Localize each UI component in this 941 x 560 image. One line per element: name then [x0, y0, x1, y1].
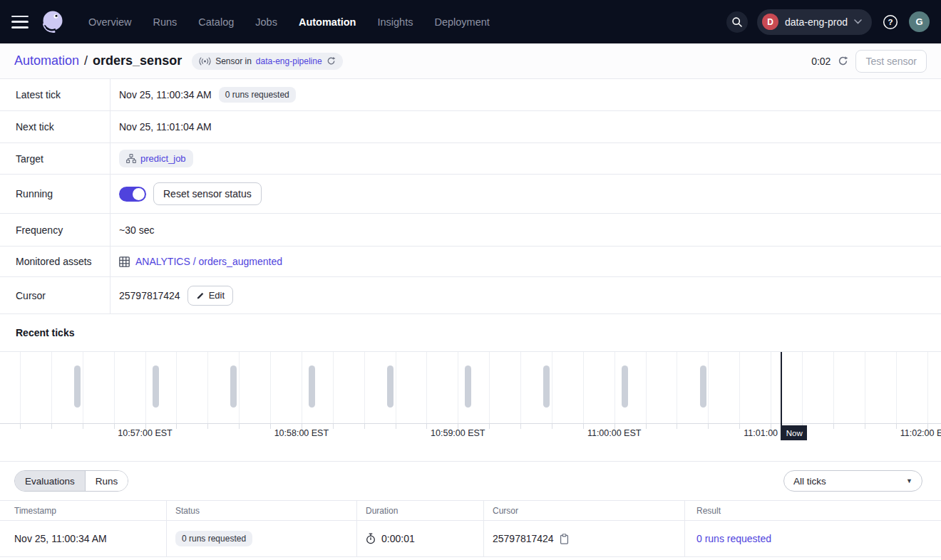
result-link[interactable]: 0 runs requested — [696, 533, 771, 544]
reload-location-icon[interactable] — [326, 56, 336, 66]
grid-line — [302, 352, 302, 423]
help-icon[interactable]: ? — [881, 13, 900, 31]
axis-tick — [364, 424, 365, 429]
tick-bar[interactable] — [543, 365, 550, 408]
poll-timer: 0:02 — [811, 56, 831, 67]
nav-item-jobs[interactable]: Jobs — [255, 16, 277, 28]
nav-item-runs[interactable]: Runs — [153, 16, 177, 28]
timestamp-text: Nov 25, 11:00:34 AM — [14, 533, 107, 544]
column-header-status: Status — [166, 501, 356, 520]
nav-items: OverviewRunsCatalogJobsAutomationInsight… — [88, 16, 490, 28]
target-job-link[interactable]: predict_job — [140, 153, 186, 164]
latest-tick-status-badge: 0 runs requested — [219, 87, 296, 103]
page-title: orders_sensor — [93, 53, 182, 68]
nav-item-insights[interactable]: Insights — [377, 16, 413, 28]
tick-bar[interactable] — [309, 365, 315, 408]
grid-line — [677, 352, 677, 423]
avatar-initial: G — [915, 16, 922, 27]
axis-label: 11:02:00 EST — [888, 428, 941, 438]
row-target: Target predict_job — [0, 143, 941, 175]
grid-line — [833, 352, 834, 423]
refresh-icon[interactable] — [838, 56, 848, 66]
copy-icon[interactable] — [560, 534, 569, 544]
cell-result: 0 runs requested — [684, 521, 941, 556]
tick-bar[interactable] — [387, 365, 394, 408]
axis-label: 11:00:00 EST — [575, 428, 654, 438]
top-nav: OverviewRunsCatalogJobsAutomationInsight… — [0, 0, 941, 43]
axis-tick — [520, 424, 521, 429]
grid-line — [896, 352, 897, 423]
test-sensor-button[interactable]: Test sensor — [855, 50, 927, 73]
sensor-badge-prefix: Sensor in — [215, 56, 252, 66]
nav-item-catalog[interactable]: Catalog — [198, 16, 234, 28]
timeline-axis — [0, 423, 941, 424]
nav-right: D data-eng-prod ? G — [726, 9, 930, 35]
next-tick-value: Nov 25, 11:01:04 AM — [119, 121, 212, 133]
axis-label: 10:57:00 EST — [106, 428, 185, 438]
nav-item-overview[interactable]: Overview — [88, 16, 131, 28]
grid-line — [364, 352, 365, 423]
next-tick-label: Next tick — [0, 111, 110, 142]
axis-label: 10:59:00 EST — [418, 428, 497, 438]
tick-bar[interactable] — [465, 365, 471, 408]
row-running: Running Reset sensor status — [0, 175, 941, 214]
search-icon[interactable] — [726, 11, 748, 33]
grid-line — [583, 352, 584, 423]
menu-icon[interactable] — [11, 16, 29, 28]
grid-line — [615, 352, 615, 423]
reset-sensor-status-button[interactable]: Reset sensor status — [153, 182, 262, 205]
breadcrumb-automation[interactable]: Automation — [14, 53, 79, 68]
tick-filter-select[interactable]: All ticks ▼ — [783, 470, 922, 492]
duration-text: 0:00:01 — [381, 533, 415, 544]
target-job-chip[interactable]: predict_job — [119, 150, 193, 167]
cell-timestamp[interactable]: Nov 25, 11:00:34 AM — [0, 521, 166, 556]
edit-cursor-button[interactable]: Edit — [187, 286, 233, 306]
cell-duration: 0:00:01 — [356, 521, 483, 556]
latest-tick-label: Latest tick — [0, 79, 110, 110]
axis-tick — [239, 424, 240, 429]
axis-tick — [708, 424, 709, 429]
grid-line — [396, 352, 396, 423]
nav-item-deployment[interactable]: Deployment — [434, 16, 489, 28]
row-latest-tick: Latest tick Nov 25, 11:00:34 AM 0 runs r… — [0, 79, 941, 111]
stopwatch-icon — [366, 533, 376, 544]
grid-line — [802, 352, 803, 423]
axis-tick — [51, 424, 52, 429]
axis-tick — [396, 424, 396, 429]
cell-cursor: 25797817424 — [483, 521, 684, 556]
tick-bar[interactable] — [230, 365, 237, 408]
tick-bar[interactable] — [153, 365, 159, 408]
grid-line — [520, 352, 521, 423]
cursor-value: 25797817424 — [119, 290, 180, 301]
axis-tick — [865, 424, 865, 429]
deployment-switcher[interactable]: D data-eng-prod — [757, 9, 872, 35]
evaluations-toolbar: EvaluationsRuns All ticks ▼ — [0, 461, 941, 500]
column-header-cursor: Cursor — [483, 501, 684, 520]
tab-evaluations[interactable]: Evaluations — [15, 471, 86, 491]
row-monitored-assets: Monitored assets ANALYTICS / orders_augm… — [0, 247, 941, 277]
grid-line — [771, 352, 771, 423]
dagster-logo-icon[interactable] — [38, 8, 67, 36]
monitored-asset-link[interactable]: ANALYTICS / orders_augmented — [119, 256, 282, 267]
column-header-timestamp: Timestamp — [0, 501, 166, 520]
tick-bar[interactable] — [74, 365, 81, 408]
user-avatar[interactable]: G — [909, 11, 930, 32]
tick-bar[interactable] — [622, 365, 628, 408]
evaluations-table: TimestampStatusDurationCursorResult Nov … — [0, 500, 941, 557]
row-next-tick: Next tick Nov 25, 11:01:04 AM — [0, 111, 941, 143]
code-location-link[interactable]: data-eng-pipeline — [256, 56, 322, 66]
chevron-down-icon — [854, 19, 862, 24]
job-icon — [126, 154, 136, 163]
monitored-asset-name[interactable]: ANALYTICS / orders_augmented — [135, 256, 282, 267]
deployment-name: data-eng-prod — [785, 16, 848, 28]
tab-runs[interactable]: Runs — [86, 471, 128, 491]
nav-item-automation[interactable]: Automation — [299, 16, 356, 28]
running-toggle[interactable] — [119, 187, 146, 202]
status-badge: 0 runs requested — [175, 531, 252, 546]
frequency-value: ~30 sec — [119, 224, 154, 236]
table-header: TimestampStatusDurationCursorResult — [0, 501, 941, 521]
grid-line — [426, 352, 427, 423]
tick-bar[interactable] — [700, 365, 706, 408]
grid-line — [865, 352, 865, 423]
grid-line — [176, 352, 177, 423]
